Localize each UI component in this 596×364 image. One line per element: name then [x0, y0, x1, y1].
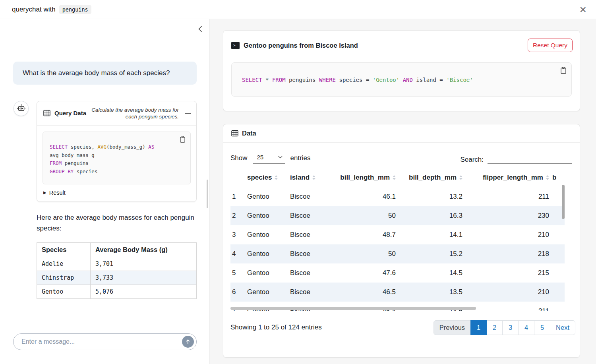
- cell-island: Biscoe: [288, 206, 327, 225]
- data-view-panel: >_ Gentoo penguins from Biscoe Island Re…: [209, 19, 596, 364]
- cell-bill-length: 46.1: [327, 187, 397, 206]
- cell-species: Gentoo: [246, 225, 288, 244]
- sort-asc-icon: [459, 175, 462, 177]
- horizontal-scrollbar-thumb[interactable]: [230, 307, 476, 310]
- column-header-flipper-length[interactable]: flipper_length_mm: [464, 169, 551, 187]
- column-header-species[interactable]: species: [246, 169, 288, 187]
- panel-resize-handle[interactable]: [207, 180, 208, 208]
- sql-token: 'Gentoo': [373, 77, 399, 83]
- data-card-header: Data: [223, 124, 580, 143]
- vertical-scrollbar-thumb[interactable]: [562, 185, 565, 219]
- collapse-card-icon[interactable]: [185, 113, 191, 114]
- cell-bill-depth: 15.2: [397, 244, 464, 263]
- cell-row-number: 4: [230, 244, 246, 263]
- cell-row-number: 1: [230, 187, 246, 206]
- sort-asc-icon: [546, 175, 549, 177]
- column-header-inner: flipper_length_mm: [483, 174, 549, 182]
- column-header-inner: species: [247, 174, 278, 182]
- table-row: 1GentooBiscoe46.113.2211: [230, 187, 565, 206]
- sql-code-line: GROUP BY species: [50, 168, 185, 176]
- sql-code-line: avg_body_mass_g: [50, 151, 185, 160]
- cell-body-mass-truncated: [551, 263, 565, 283]
- tool-card-title: Query Data: [54, 110, 86, 116]
- app-header: querychat with penguins ×: [0, 0, 596, 19]
- tool-card-subtitle: Calculate the average body mass for each…: [90, 106, 179, 120]
- copy-icon[interactable]: [180, 136, 186, 143]
- cell-flipper-length: 215: [464, 263, 551, 283]
- table-cell: Adelie: [37, 257, 91, 271]
- cell-flipper-length: 210: [464, 283, 551, 302]
- sql-token: [399, 77, 402, 83]
- chat-input-bar: [13, 333, 197, 350]
- search-control: Search:: [460, 153, 572, 164]
- cell-bill-length: 46.5: [327, 283, 397, 302]
- table-row: 2GentooBiscoe5016.3230: [230, 206, 565, 225]
- table-row: 5GentooBiscoe47.614.5215: [230, 263, 565, 283]
- page-button-3[interactable]: 3: [502, 320, 519, 335]
- search-label: Search:: [460, 156, 484, 164]
- page-button-next[interactable]: Next: [550, 320, 575, 335]
- current-sql-block: SELECT * FROM penguins WHERE species = '…: [231, 62, 572, 97]
- robot-icon: [17, 104, 26, 113]
- clipboard-icon: [560, 67, 567, 74]
- cell-flipper-length: 211: [464, 187, 551, 206]
- query-card-header: >_ Gentoo penguins from Biscoe Island Re…: [223, 31, 580, 58]
- table-cell: 3,701: [91, 257, 197, 271]
- sql-token: AVG: [97, 144, 106, 150]
- page-button-1[interactable]: 1: [470, 320, 487, 335]
- column-label: bill_length_mm: [340, 174, 390, 182]
- close-icon[interactable]: ×: [579, 4, 586, 15]
- cell-island: Biscoe: [288, 225, 327, 244]
- collapse-chat-icon[interactable]: [197, 25, 203, 33]
- result-toggle[interactable]: ▶ Result: [43, 190, 190, 196]
- cell-bill-length: 48.7: [327, 225, 397, 244]
- column-header-body-mass-truncated: b: [551, 169, 565, 187]
- sql-code-block: SELECT species, AVG(body_mass_g) ASavg_b…: [43, 132, 191, 184]
- table-icon: [231, 130, 238, 137]
- sql-token: FROM: [272, 77, 286, 83]
- column-header-island[interactable]: island: [288, 169, 327, 187]
- cell-body-mass-truncated: [551, 244, 565, 263]
- table-cell: 5,076: [91, 285, 197, 298]
- chevron-left-icon: [197, 25, 203, 33]
- page-button-5[interactable]: 5: [534, 320, 550, 335]
- sort-icon: [312, 175, 315, 180]
- page-button-2[interactable]: 2: [486, 320, 503, 335]
- column-header-bill-depth[interactable]: bill_depth_mm: [397, 169, 464, 187]
- cell-species: Gentoo: [246, 244, 288, 263]
- sql-token: (body_mass_g): [106, 144, 148, 150]
- column-header-bill-length[interactable]: bill_length_mm: [327, 169, 397, 187]
- cell-row-number: 3: [230, 225, 246, 244]
- cell-island: Biscoe: [288, 283, 327, 302]
- table-icon: [43, 110, 50, 116]
- send-button[interactable]: [182, 336, 194, 348]
- cell-row-number: 6: [230, 283, 246, 302]
- query-data-tool-card: Query Data Calculate the average body ma…: [37, 101, 197, 202]
- cell-row-number: 2: [230, 206, 246, 225]
- page-button-previous[interactable]: Previous: [433, 320, 471, 335]
- sort-icon: [459, 175, 462, 180]
- sort-desc-icon: [312, 178, 315, 180]
- column-label: species: [247, 174, 272, 182]
- cell-species: Gentoo: [246, 206, 288, 225]
- data-table-card: Data Show 25 entries Search:: [223, 124, 580, 358]
- show-label: Show: [230, 154, 248, 162]
- arrow-up-icon: [185, 339, 191, 345]
- app-title: querychat with penguins: [12, 5, 91, 14]
- reset-query-button[interactable]: Reset Query: [528, 39, 573, 52]
- chat-panel: What is the average body mass of each sp…: [0, 19, 209, 364]
- data-table-viewport: speciesislandbill_length_mmbill_depth_mm…: [230, 169, 565, 311]
- table-controls: Show 25 entries Search:: [223, 143, 580, 164]
- cell-bill-depth: 13.5: [397, 283, 464, 302]
- cell-species: Gentoo: [246, 187, 288, 206]
- copy-icon[interactable]: [560, 67, 567, 74]
- sql-token: AS: [148, 144, 154, 150]
- cell-flipper-length: 210: [464, 225, 551, 244]
- sql-code-text: SELECT species, AVG(body_mass_g) ASavg_b…: [50, 143, 185, 176]
- chat-message-input[interactable]: [21, 338, 182, 345]
- column-header: Species: [37, 242, 91, 257]
- page-button-4[interactable]: 4: [518, 320, 534, 335]
- cell-bill-depth: 14.1: [397, 225, 464, 244]
- search-input[interactable]: [488, 153, 572, 164]
- page-length-select[interactable]: 25: [253, 153, 285, 164]
